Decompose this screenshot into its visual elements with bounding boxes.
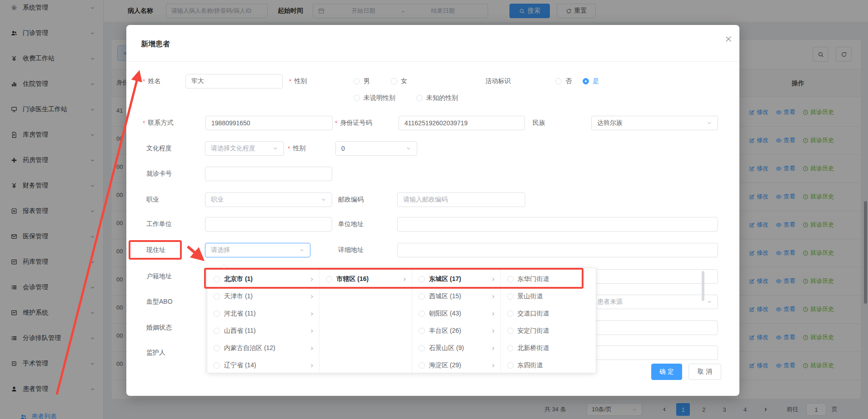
id-number-label: 身份证号码 (335, 116, 372, 130)
cascader-option-label: 天津市 (1) (224, 292, 305, 301)
radio-icon (419, 362, 425, 369)
chevron-down-icon (707, 120, 712, 126)
cascader-option[interactable]: 山西省 (11) (207, 322, 319, 340)
cascader-option[interactable]: 内蒙古自治区 (12) (207, 340, 319, 357)
cascader-column-3: 东城区 (17)西城区 (15)朝阳区 (43)丰台区 (26)石景山区 (9)… (412, 268, 501, 373)
work-unit-input[interactable] (205, 217, 332, 232)
blood-type-label: 血型ABO (146, 295, 173, 309)
cascader-option[interactable]: 安定门街道 (501, 322, 596, 340)
cascader-option[interactable]: 市辖区 (16) (319, 271, 412, 288)
chevron-right-icon (491, 311, 496, 316)
cascader-option-label: 海淀区 (29) (429, 361, 487, 370)
cascader-option-label: 景山街道 (518, 292, 592, 301)
cascader-option[interactable]: 交道口街道 (501, 305, 596, 322)
gender-label: 性别 (289, 74, 307, 89)
close-icon[interactable] (724, 35, 733, 43)
contact-label: 联系方式 (143, 116, 173, 130)
cascader-option-label: 河北省 (11) (224, 310, 305, 318)
radio-icon (507, 276, 514, 282)
cascader-option-label: 丰台区 (26) (429, 327, 487, 335)
radio-icon (419, 293, 425, 300)
radio-icon (507, 311, 514, 317)
ethnicity-select[interactable]: 达斡尔族 (591, 116, 718, 130)
active-flag-radio-no[interactable]: 否 (555, 74, 572, 89)
modal-title: 新增患者 (141, 39, 170, 49)
cascader-option-label: 东城区 (17) (429, 275, 487, 283)
chevron-right-icon (491, 294, 496, 299)
postal-code-input[interactable]: 请输入邮政编码 (397, 192, 525, 207)
chevron-right-icon (309, 363, 314, 368)
chevron-up-icon (299, 247, 304, 253)
cascader-option[interactable]: 辽宁省 (14) (207, 357, 319, 374)
cascader-option[interactable]: 东四街道 (501, 357, 596, 374)
work-address-input[interactable] (397, 217, 718, 232)
radio-icon (214, 328, 220, 334)
education-select[interactable]: 请选择文化程度 (205, 141, 284, 156)
cascader-column-4: 东华门街道景山街道交道口街道安定门街道北新桥街道东四街道 (501, 268, 596, 373)
occupation-label: 职业 (146, 192, 159, 207)
marital-status-label: 婚姻状态 (146, 320, 172, 335)
gender-radio-unknown[interactable]: 未知的性别 (416, 92, 458, 104)
chevron-down-icon (707, 299, 712, 305)
confirm-button[interactable]: 确 定 (651, 364, 682, 380)
current-address-cascader[interactable]: 请选择 (205, 243, 310, 257)
detail-address-label: 详细地址 (338, 243, 364, 257)
active-flag-radio-yes[interactable]: 是 (583, 74, 599, 89)
cascader-option[interactable]: 朝阳区 (43) (412, 305, 500, 322)
cancel-button[interactable]: 取 消 (688, 364, 721, 380)
radio-icon (214, 311, 220, 317)
education-label: 文化程度 (146, 141, 172, 156)
cascader-option-label: 市辖区 (16) (336, 275, 398, 283)
radio-icon (507, 293, 514, 300)
radio-icon (214, 362, 220, 369)
radio-icon (555, 78, 562, 84)
cascader-option[interactable]: 西城区 (15) (412, 288, 500, 305)
occupation-select[interactable]: 职业 (205, 192, 332, 207)
screen: 系统管理门诊管理收费工作站住院管理门诊医生工作站库房管理药房管理财务管理报表管理… (0, 0, 868, 419)
gender-code-label: 性别 (288, 141, 305, 156)
visit-card-input[interactable] (205, 167, 332, 181)
radio-icon (416, 95, 423, 101)
cascader-option-label: 山西省 (11) (224, 327, 305, 335)
gender-radio-female[interactable]: 女 (391, 74, 407, 89)
name-input[interactable]: 牢大 (185, 74, 283, 89)
cascader-option-label: 安定门街道 (518, 327, 592, 335)
work-address-label: 单位地址 (338, 217, 364, 232)
id-number-input[interactable]: 411625192602039719 (399, 116, 525, 130)
cascader-option[interactable]: 丰台区 (26) (412, 322, 500, 340)
chevron-down-icon (273, 146, 278, 151)
chevron-right-icon (309, 346, 314, 351)
chevron-right-icon (491, 277, 496, 282)
cascader-option[interactable]: 天津市 (1) (207, 288, 319, 305)
radio-icon (214, 345, 220, 351)
cascader-option-label: 交道口街道 (518, 310, 592, 318)
detail-address-input[interactable] (397, 243, 718, 257)
cascader-option[interactable]: 河北省 (11) (207, 305, 319, 322)
radio-icon (507, 328, 514, 334)
cascader-option-label: 北新桥街道 (518, 344, 592, 352)
cascader-option[interactable]: 北京市 (1) (207, 271, 319, 288)
cascader-option-label: 东四街道 (518, 361, 592, 370)
chevron-right-icon (491, 363, 496, 368)
chevron-right-icon (309, 277, 314, 282)
gender-radio-male[interactable]: 男 (354, 74, 370, 89)
chevron-right-icon (309, 294, 314, 299)
radio-icon (419, 345, 425, 351)
radio-icon (214, 276, 220, 282)
radio-icon (354, 78, 360, 84)
cascader-option[interactable]: 景山街道 (501, 288, 596, 305)
cascader-column-2: 市辖区 (16) (319, 268, 412, 373)
cascader-option[interactable]: 北新桥街道 (501, 340, 596, 357)
cascader-option[interactable]: 石景山区 (9) (412, 340, 500, 357)
cascader-option[interactable]: 东华门街道 (501, 271, 596, 288)
cascader-scrollbar[interactable] (702, 271, 704, 301)
patient-source-select[interactable]: 患者来源 (591, 295, 718, 309)
gender-radio-unstated[interactable]: 未说明性别 (354, 92, 395, 104)
gender-code-select[interactable]: 0 (335, 141, 417, 156)
chevron-right-icon (491, 346, 496, 351)
contact-input[interactable]: 19880991650 (205, 116, 333, 130)
cascader-option[interactable]: 海淀区 (29) (412, 357, 500, 374)
cascader-option[interactable]: 东城区 (17) (412, 271, 500, 288)
name-label: 姓名 (143, 74, 160, 89)
radio-icon (507, 362, 514, 369)
